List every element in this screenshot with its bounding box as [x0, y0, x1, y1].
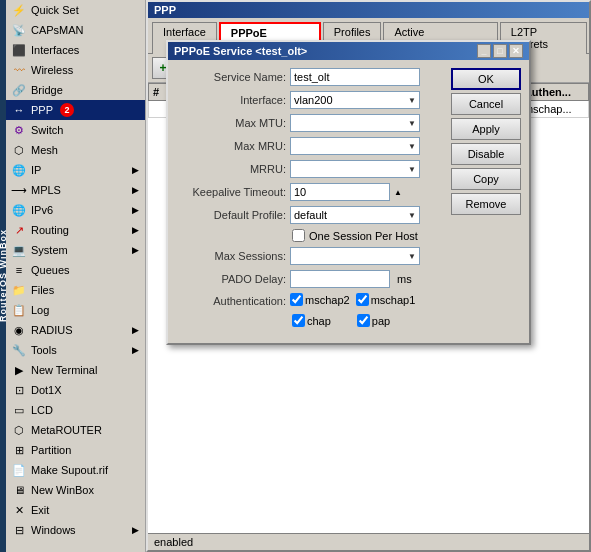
sidebar-item-quick-set[interactable]: ⚡ Quick Set — [6, 0, 145, 20]
sidebar-item-mpls[interactable]: ⟶ MPLS ▶ — [6, 180, 145, 200]
lcd-icon: ▭ — [12, 403, 26, 417]
sidebar-item-routing[interactable]: ↗ Routing ▶ — [6, 220, 145, 240]
pado-delay-input[interactable] — [290, 270, 390, 288]
copy-button[interactable]: Copy — [451, 168, 521, 190]
sidebar-item-system[interactable]: 💻 System ▶ — [6, 240, 145, 260]
ppp-badge: 2 — [60, 103, 74, 117]
new-winbox-icon: 🖥 — [12, 483, 26, 497]
sidebar-item-label: IP — [31, 164, 41, 176]
chap-checkbox[interactable] — [292, 314, 305, 327]
sidebar-item-wireless[interactable]: 〰 Wireless — [6, 60, 145, 80]
dialog-action-buttons: OK Cancel Apply Disable Copy Remove — [451, 68, 521, 335]
sidebar-item-label: Quick Set — [31, 4, 79, 16]
dialog-minimize-button[interactable]: _ — [477, 44, 491, 58]
interface-select[interactable]: vlan200 ▼ — [290, 91, 420, 109]
pado-delay-row: PADO Delay: ms — [176, 270, 445, 288]
max-sessions-label: Max Sessions: — [176, 250, 286, 262]
dialog-content: Service Name: Interface: vlan200 ▼ Max M… — [168, 60, 529, 343]
service-name-row: Service Name: — [176, 68, 445, 86]
ok-button[interactable]: OK — [451, 68, 521, 90]
max-sessions-select[interactable]: ▼ — [290, 247, 420, 265]
sidebar-item-log[interactable]: 📋 Log — [6, 300, 145, 320]
sidebar-item-label: New Terminal — [31, 364, 97, 376]
remove-button[interactable]: Remove — [451, 193, 521, 215]
sidebar-item-lcd[interactable]: ▭ LCD — [6, 400, 145, 420]
new-terminal-icon: ▶ — [12, 363, 26, 377]
auth-pap: pap — [357, 314, 390, 327]
sidebar-item-make-supout[interactable]: 📄 Make Supout.rif — [6, 460, 145, 480]
service-name-input[interactable] — [290, 68, 420, 86]
cancel-button[interactable]: Cancel — [451, 93, 521, 115]
mschap2-checkbox[interactable] — [290, 293, 303, 306]
auth-options-row-1: mschap2 mschap1 — [290, 293, 415, 306]
sidebar-item-ppp[interactable]: ↔ PPP 2 — [6, 100, 145, 120]
sidebar-item-capsman[interactable]: 📡 CAPsMAN — [6, 20, 145, 40]
content-area: PPP Interface PPPoE Servers Profiles Act… — [146, 0, 591, 552]
sidebar-item-label: Partition — [31, 444, 71, 456]
interfaces-icon: ⬛ — [12, 43, 26, 57]
pado-delay-label: PADO Delay: — [176, 273, 286, 285]
sidebar-item-label: Windows — [31, 524, 76, 536]
dialog-title-bar: PPPoE Service <test_olt> _ □ ✕ — [168, 42, 529, 60]
sidebar-item-files[interactable]: 📁 Files — [6, 280, 145, 300]
sidebar-item-exit[interactable]: ✕ Exit — [6, 500, 145, 520]
interface-value: vlan200 — [294, 94, 333, 106]
auth-mschap2: mschap2 — [290, 293, 350, 306]
sidebar-item-label: Exit — [31, 504, 49, 516]
sidebar-item-queues[interactable]: ≡ Queues — [6, 260, 145, 280]
bridge-icon: 🔗 — [12, 83, 26, 97]
quick-set-icon: ⚡ — [12, 3, 26, 17]
sidebar-item-metarouter[interactable]: ⬡ MetaROUTER — [6, 420, 145, 440]
windows-arrow: ▶ — [132, 525, 139, 535]
max-mru-arrow: ▼ — [408, 142, 416, 151]
sidebar-item-label: Mesh — [31, 144, 58, 156]
sidebar-item-label: Files — [31, 284, 54, 296]
sidebar-item-ipv6[interactable]: 🌐 IPv6 ▶ — [6, 200, 145, 220]
dialog-title-buttons: _ □ ✕ — [477, 44, 523, 58]
one-session-checkbox[interactable] — [292, 229, 305, 242]
dialog-close-button[interactable]: ✕ — [509, 44, 523, 58]
disable-button[interactable]: Disable — [451, 143, 521, 165]
sidebar-item-partition[interactable]: ⊞ Partition — [6, 440, 145, 460]
sidebar-item-new-winbox[interactable]: 🖥 New WinBox — [6, 480, 145, 500]
system-arrow: ▶ — [132, 245, 139, 255]
max-mru-row: Max MRU: ▼ — [176, 137, 445, 155]
max-sessions-row: Max Sessions: ▼ — [176, 247, 445, 265]
mrru-select[interactable]: ▼ — [290, 160, 420, 178]
default-profile-label: Default Profile: — [176, 209, 286, 221]
auth-label: Authentication: — [176, 295, 286, 307]
sidebar-item-mesh[interactable]: ⬡ Mesh — [6, 140, 145, 160]
sidebar-item-windows[interactable]: ⊟ Windows ▶ — [6, 520, 145, 540]
sidebar-item-radius[interactable]: ◉ RADIUS ▶ — [6, 320, 145, 340]
make-supout-icon: 📄 — [12, 463, 26, 477]
mpls-arrow: ▶ — [132, 185, 139, 195]
sidebar-item-label: Wireless — [31, 64, 73, 76]
sidebar-item-new-terminal[interactable]: ▶ New Terminal — [6, 360, 145, 380]
default-profile-arrow: ▼ — [408, 211, 416, 220]
max-sessions-arrow: ▼ — [408, 252, 416, 261]
mschap1-checkbox[interactable] — [356, 293, 369, 306]
sidebar-item-switch[interactable]: ⚙ Switch — [6, 120, 145, 140]
tools-arrow: ▶ — [132, 345, 139, 355]
keepalive-input[interactable] — [290, 183, 390, 201]
max-mtu-select[interactable]: ▼ — [290, 114, 420, 132]
sidebar-item-label: Tools — [31, 344, 57, 356]
dialog-maximize-button[interactable]: □ — [493, 44, 507, 58]
mrru-arrow: ▼ — [408, 165, 416, 174]
pppoe-service-dialog: PPPoE Service <test_olt> _ □ ✕ Service N… — [166, 40, 531, 345]
sidebar-item-tools[interactable]: 🔧 Tools ▶ — [6, 340, 145, 360]
dot1x-icon: ⊡ — [12, 383, 26, 397]
keepalive-up-arrow[interactable]: ▲ — [394, 188, 402, 197]
mrru-label: MRRU: — [176, 163, 286, 175]
sidebar-item-ip[interactable]: 🌐 IP ▶ — [6, 160, 145, 180]
sidebar-item-bridge[interactable]: 🔗 Bridge — [6, 80, 145, 100]
max-mru-select[interactable]: ▼ — [290, 137, 420, 155]
sidebar-item-interfaces[interactable]: ⬛ Interfaces — [6, 40, 145, 60]
pap-checkbox[interactable] — [357, 314, 370, 327]
mrru-row: MRRU: ▼ — [176, 160, 445, 178]
sidebar-item-dot1x[interactable]: ⊡ Dot1X — [6, 380, 145, 400]
wireless-icon: 〰 — [12, 63, 26, 77]
default-profile-select[interactable]: default ▼ — [290, 206, 420, 224]
apply-button[interactable]: Apply — [451, 118, 521, 140]
max-mru-label: Max MRU: — [176, 140, 286, 152]
